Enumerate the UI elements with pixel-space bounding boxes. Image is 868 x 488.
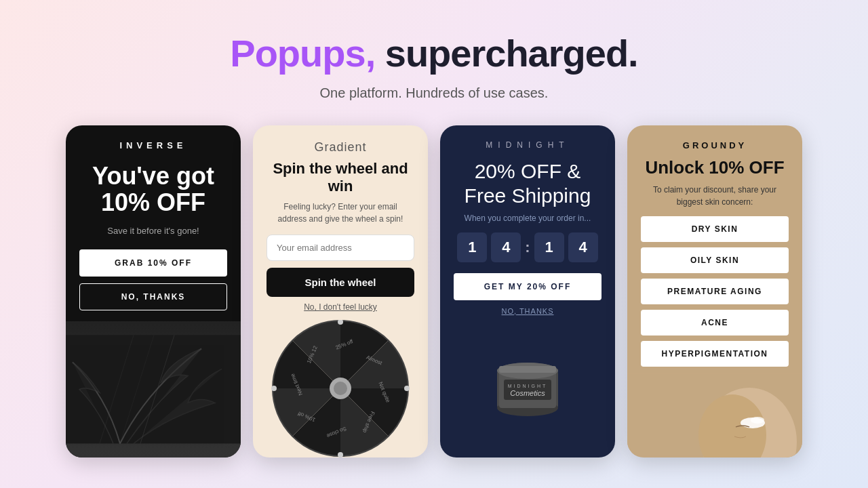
groundy-option-acne[interactable]: ACNE: [641, 310, 789, 336]
groundy-main-text: Unlock 10% OFF: [627, 157, 802, 184]
svg-text:Cosmetics: Cosmetics: [510, 389, 545, 397]
midnight-main-text: 20% OFF & Free Shipping: [440, 159, 615, 214]
title-popups: Popups,: [230, 32, 375, 75]
hero-title: Popups, supercharged.: [230, 33, 637, 75]
card-gradient: Gradient Spin the wheel and win Feeling …: [253, 125, 428, 458]
cards-row: INVERSE You've got 10% OFF Save it befor…: [39, 125, 829, 458]
gradient-wheel: 25% off Almost Not quite Free ship So cl…: [253, 320, 428, 457]
gradient-main-text: Spin the wheel and win: [253, 160, 428, 201]
gradient-brand: Gradient: [253, 125, 428, 160]
hero-subtitle: One platform. Hundreds of use cases.: [230, 85, 637, 101]
svg-point-33: [751, 417, 764, 424]
midnight-cta-button[interactable]: GET MY 20% OFF: [454, 273, 601, 300]
midnight-product: MIDNIGHT Cosmetics: [440, 325, 615, 458]
groundy-option-premature-aging[interactable]: PREMATURE AGING: [641, 279, 789, 304]
inverse-subtext: Save it before it's gone!: [66, 223, 241, 249]
groundy-option-dry-skin[interactable]: DRY SKIN: [641, 216, 789, 242]
inverse-heading: You've got 10% OFF: [79, 163, 227, 216]
groundy-option-oily-skin[interactable]: OILY SKIN: [641, 247, 789, 273]
svg-point-19: [271, 386, 277, 391]
countdown-h2: 4: [491, 232, 521, 262]
midnight-brand: MIDNIGHT: [440, 125, 615, 159]
gradient-heading: Spin the wheel and win: [267, 160, 414, 196]
inverse-main-text: You've got 10% OFF: [66, 163, 241, 223]
inverse-no-button[interactable]: NO, THANKS: [79, 283, 227, 310]
title-supercharged: supercharged.: [375, 32, 637, 75]
svg-text:MIDNIGHT: MIDNIGHT: [508, 384, 548, 388]
svg-rect-25: [499, 366, 556, 373]
midnight-countdown: 1 4 : 1 4: [440, 232, 615, 273]
inverse-image: [66, 321, 241, 458]
hero-section: Popups, supercharged. One platform. Hund…: [216, 0, 651, 125]
midnight-no-button[interactable]: NO, THANKS: [440, 307, 615, 325]
gradient-email-input[interactable]: [267, 235, 414, 261]
inverse-brand: INVERSE: [66, 125, 241, 163]
card-midnight: MIDNIGHT 20% OFF & Free Shipping When yo…: [440, 125, 615, 458]
groundy-face: [627, 372, 802, 458]
midnight-heading: 20% OFF & Free Shipping: [454, 159, 601, 208]
inverse-grab-button[interactable]: GRAB 10% OFF: [79, 249, 227, 277]
countdown-h1: 1: [457, 232, 487, 262]
gradient-spin-button[interactable]: Spin the wheel: [267, 268, 414, 297]
gradient-no-button[interactable]: No, I don't feel lucky: [253, 302, 428, 320]
groundy-heading: Unlock 10% OFF: [641, 157, 789, 178]
groundy-subtext: To claim your discount, share your bigge…: [627, 184, 802, 216]
svg-point-14: [334, 382, 347, 395]
groundy-option-hyperpigmentation[interactable]: HYPERPIGMENTATION: [641, 341, 789, 367]
groundy-brand: GROUNDY: [627, 125, 802, 157]
card-inverse: INVERSE You've got 10% OFF Save it befor…: [66, 125, 241, 458]
card-groundy: GROUNDY Unlock 10% OFF To claim your dis…: [627, 125, 802, 458]
midnight-subtext: When you complete your order in...: [440, 214, 615, 232]
svg-point-17: [404, 386, 410, 391]
countdown-sep: :: [525, 239, 530, 256]
countdown-m2: 4: [568, 232, 598, 262]
countdown-m1: 1: [534, 232, 564, 262]
gradient-subtext: Feeling lucky? Enter your email address …: [253, 201, 428, 235]
